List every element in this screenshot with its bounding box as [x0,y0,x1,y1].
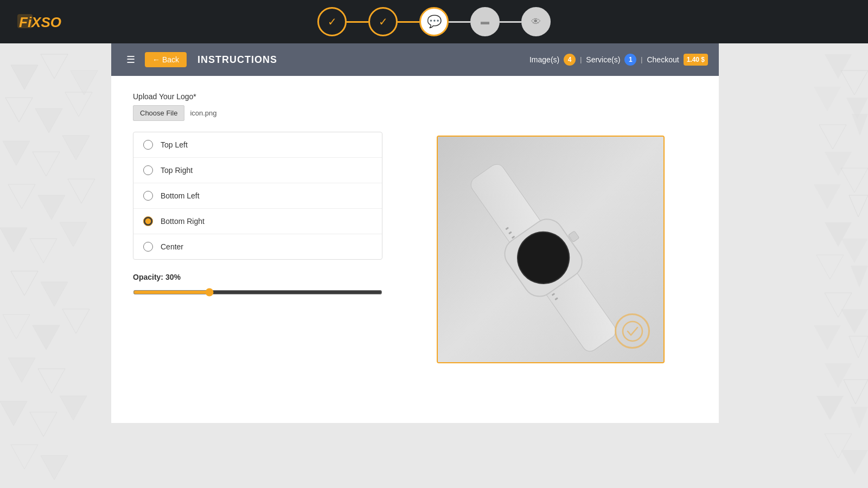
step-2-icon: ✓ [379,15,388,28]
svg-marker-44 [849,336,868,358]
hamburger-button[interactable]: ☰ [122,51,139,68]
step-3-icon: 💬 [427,15,442,29]
svg-marker-13 [30,239,57,263]
label-bottom-right: Bottom Right [161,217,205,226]
option-center[interactable]: Center [133,234,382,259]
step-2[interactable]: ✓ [368,7,398,36]
opacity-slider-container [133,288,382,299]
svg-marker-25 [11,445,38,469]
step-3[interactable]: 💬 [419,7,449,36]
svg-marker-28 [841,70,868,95]
back-button[interactable]: ← Back [145,52,187,67]
radio-bottom-left[interactable] [143,191,153,201]
step-5-icon: 👁 [531,16,541,28]
header-right: Image(s) 4 | Service(s) 1 | Checkout 1.4… [529,54,708,66]
svg-marker-7 [33,152,60,176]
svg-marker-22 [0,401,27,426]
label-top-left: Top Left [161,140,188,149]
svg-marker-24 [60,396,87,420]
top-nav: FiXSO ✓ ✓ 💬 ▬ 👁 [0,0,868,43]
svg-marker-8 [62,136,90,160]
radio-top-left[interactable] [143,140,153,150]
svg-marker-32 [852,114,868,136]
radio-bottom-right[interactable] [143,216,153,226]
svg-marker-12 [0,228,27,252]
svg-marker-1 [41,54,68,79]
services-badge: 1 [624,54,636,66]
choose-file-button[interactable]: Choose File [133,105,184,121]
svg-marker-4 [35,108,62,133]
svg-marker-3 [5,98,33,122]
step-line-3 [449,21,470,23]
step-5[interactable]: 👁 [521,7,551,36]
radio-top-right[interactable] [143,165,153,175]
step-line-1 [347,21,368,23]
file-upload-row: Choose File icon.png [133,105,382,121]
option-top-right[interactable]: Top Right [133,158,382,183]
label-top-right: Top Right [161,166,193,175]
svg-marker-18 [33,325,60,350]
step-progress: ✓ ✓ 💬 ▬ 👁 [317,7,551,36]
services-label: Service(s) [586,55,620,64]
svg-marker-33 [825,152,852,176]
svg-marker-14 [60,222,87,247]
svg-marker-10 [38,195,65,220]
svg-marker-6 [3,141,30,165]
main-content: ☰ ← Back INSTRUCTIONS Image(s) 4 | Servi… [111,43,719,423]
left-panel: Upload Your Logo* Choose File icon.png T… [133,92,382,407]
step-1-icon: ✓ [328,15,337,28]
step-1[interactable]: ✓ [317,7,347,36]
position-options: Top Left Top Right Bottom Left Bottom Ri… [133,132,382,260]
right-triangle-decoration [716,43,868,488]
opacity-label: Opacity: 30% [133,273,382,281]
svg-marker-2 [71,70,98,95]
watermark-checkmark [615,313,650,349]
step-line-4 [500,21,521,23]
svg-marker-26 [41,455,68,480]
product-image-container [437,136,665,363]
svg-marker-42 [841,309,868,333]
logo: FiXSO [16,10,65,34]
step-4[interactable]: ▬ [470,7,500,36]
step-line-2 [398,21,419,23]
svg-marker-45 [825,363,852,388]
svg-marker-36 [849,195,868,217]
option-top-left[interactable]: Top Left [133,132,382,158]
svg-marker-20 [8,358,35,382]
radio-center[interactable] [143,242,153,252]
svg-text:FiXSO: FiXSO [19,14,61,30]
svg-marker-40 [851,266,868,287]
svg-marker-17 [3,314,30,339]
svg-marker-0 [11,65,38,89]
step-4-icon: ▬ [481,17,489,27]
svg-marker-29 [814,87,841,111]
content-area: Upload Your Logo* Choose File icon.png T… [111,76,719,423]
opacity-slider[interactable] [133,288,382,297]
images-label: Image(s) [529,55,559,64]
svg-point-67 [623,322,642,341]
svg-marker-31 [819,125,846,149]
opacity-value: 30% [165,273,181,281]
svg-marker-21 [38,369,65,393]
checkout-price: 1.40 $ [684,54,708,66]
watermark-overlay [615,313,650,349]
svg-marker-27 [825,54,852,79]
opacity-section: Opacity: 30% [133,273,382,299]
svg-marker-47 [816,396,844,420]
option-bottom-left[interactable]: Bottom Left [133,183,382,209]
svg-marker-38 [841,239,868,263]
svg-marker-9 [8,184,35,209]
option-bottom-right[interactable]: Bottom Right [133,209,382,234]
svg-marker-48 [851,407,868,428]
svg-marker-43 [814,325,841,350]
upload-label: Upload Your Logo* [133,92,382,101]
svg-marker-16 [41,282,68,306]
left-triangle-decoration [0,43,108,488]
svg-marker-23 [30,412,57,436]
header-left: ☰ ← Back INSTRUCTIONS [122,51,277,68]
svg-marker-19 [62,309,90,333]
svg-marker-39 [816,255,844,279]
svg-marker-46 [844,380,868,404]
images-badge: 4 [564,54,576,66]
svg-marker-15 [11,271,38,296]
